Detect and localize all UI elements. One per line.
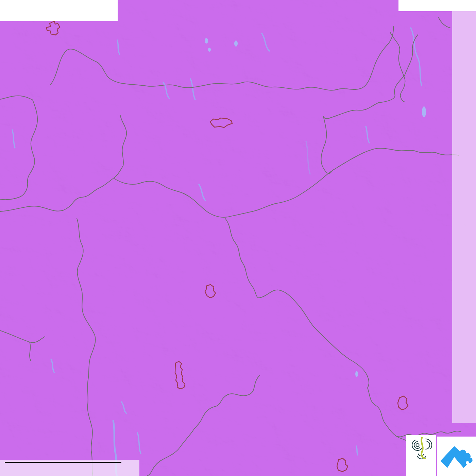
scalebar bbox=[0, 460, 139, 476]
snow-report-logo bbox=[437, 437, 476, 476]
city-layer bbox=[0, 0, 476, 476]
geosphere-logo bbox=[406, 435, 436, 476]
scalebar-line bbox=[5, 462, 121, 463]
model-box bbox=[398, 0, 476, 11]
weather-map bbox=[0, 0, 476, 476]
title-box bbox=[0, 0, 118, 21]
mountain-cloud-icon bbox=[437, 437, 476, 476]
geosphere-contour-icon bbox=[408, 435, 435, 463]
legend-panel bbox=[452, 11, 476, 423]
